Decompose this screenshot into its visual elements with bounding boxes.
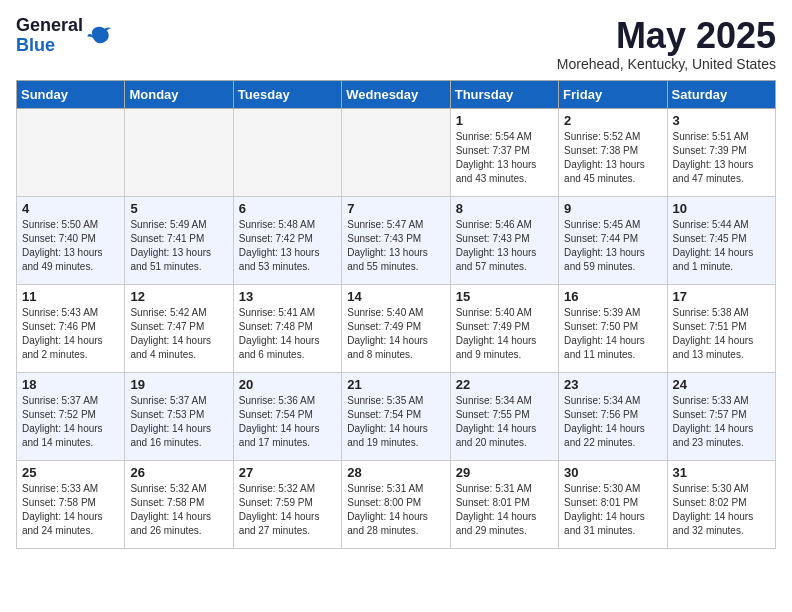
day-info: Sunrise: 5:34 AMSunset: 7:55 PMDaylight:… (456, 394, 553, 450)
day-info: Sunrise: 5:35 AMSunset: 7:54 PMDaylight:… (347, 394, 444, 450)
calendar-cell: 10Sunrise: 5:44 AMSunset: 7:45 PMDayligh… (667, 196, 775, 284)
day-number: 6 (239, 201, 336, 216)
day-number: 5 (130, 201, 227, 216)
calendar-cell: 15Sunrise: 5:40 AMSunset: 7:49 PMDayligh… (450, 284, 558, 372)
day-info: Sunrise: 5:39 AMSunset: 7:50 PMDaylight:… (564, 306, 661, 362)
day-number: 7 (347, 201, 444, 216)
day-info: Sunrise: 5:31 AMSunset: 8:01 PMDaylight:… (456, 482, 553, 538)
day-number: 30 (564, 465, 661, 480)
day-number: 21 (347, 377, 444, 392)
day-number: 26 (130, 465, 227, 480)
day-info: Sunrise: 5:34 AMSunset: 7:56 PMDaylight:… (564, 394, 661, 450)
day-number: 17 (673, 289, 770, 304)
calendar-cell: 28Sunrise: 5:31 AMSunset: 8:00 PMDayligh… (342, 460, 450, 548)
day-number: 22 (456, 377, 553, 392)
column-header-thursday: Thursday (450, 80, 558, 108)
logo-bird-icon (85, 22, 113, 50)
day-number: 12 (130, 289, 227, 304)
calendar-cell: 21Sunrise: 5:35 AMSunset: 7:54 PMDayligh… (342, 372, 450, 460)
calendar-cell: 1Sunrise: 5:54 AMSunset: 7:37 PMDaylight… (450, 108, 558, 196)
calendar-table: SundayMondayTuesdayWednesdayThursdayFrid… (16, 80, 776, 549)
day-info: Sunrise: 5:30 AMSunset: 8:01 PMDaylight:… (564, 482, 661, 538)
day-info: Sunrise: 5:30 AMSunset: 8:02 PMDaylight:… (673, 482, 770, 538)
day-info: Sunrise: 5:46 AMSunset: 7:43 PMDaylight:… (456, 218, 553, 274)
day-info: Sunrise: 5:52 AMSunset: 7:38 PMDaylight:… (564, 130, 661, 186)
day-info: Sunrise: 5:49 AMSunset: 7:41 PMDaylight:… (130, 218, 227, 274)
column-header-friday: Friday (559, 80, 667, 108)
day-number: 24 (673, 377, 770, 392)
day-info: Sunrise: 5:33 AMSunset: 7:57 PMDaylight:… (673, 394, 770, 450)
day-number: 8 (456, 201, 553, 216)
calendar-cell: 23Sunrise: 5:34 AMSunset: 7:56 PMDayligh… (559, 372, 667, 460)
column-header-wednesday: Wednesday (342, 80, 450, 108)
calendar-week-row: 1Sunrise: 5:54 AMSunset: 7:37 PMDaylight… (17, 108, 776, 196)
calendar-cell: 27Sunrise: 5:32 AMSunset: 7:59 PMDayligh… (233, 460, 341, 548)
calendar-cell: 7Sunrise: 5:47 AMSunset: 7:43 PMDaylight… (342, 196, 450, 284)
day-info: Sunrise: 5:41 AMSunset: 7:48 PMDaylight:… (239, 306, 336, 362)
day-info: Sunrise: 5:43 AMSunset: 7:46 PMDaylight:… (22, 306, 119, 362)
calendar-cell: 25Sunrise: 5:33 AMSunset: 7:58 PMDayligh… (17, 460, 125, 548)
day-info: Sunrise: 5:40 AMSunset: 7:49 PMDaylight:… (347, 306, 444, 362)
day-number: 28 (347, 465, 444, 480)
calendar-cell: 8Sunrise: 5:46 AMSunset: 7:43 PMDaylight… (450, 196, 558, 284)
calendar-cell: 3Sunrise: 5:51 AMSunset: 7:39 PMDaylight… (667, 108, 775, 196)
day-number: 19 (130, 377, 227, 392)
day-info: Sunrise: 5:45 AMSunset: 7:44 PMDaylight:… (564, 218, 661, 274)
day-number: 4 (22, 201, 119, 216)
column-header-sunday: Sunday (17, 80, 125, 108)
calendar-cell: 26Sunrise: 5:32 AMSunset: 7:58 PMDayligh… (125, 460, 233, 548)
calendar-cell (342, 108, 450, 196)
calendar-header-row: SundayMondayTuesdayWednesdayThursdayFrid… (17, 80, 776, 108)
calendar-cell: 24Sunrise: 5:33 AMSunset: 7:57 PMDayligh… (667, 372, 775, 460)
title-area: May 2025 Morehead, Kentucky, United Stat… (557, 16, 776, 72)
calendar-cell: 12Sunrise: 5:42 AMSunset: 7:47 PMDayligh… (125, 284, 233, 372)
calendar-week-row: 4Sunrise: 5:50 AMSunset: 7:40 PMDaylight… (17, 196, 776, 284)
day-info: Sunrise: 5:37 AMSunset: 7:53 PMDaylight:… (130, 394, 227, 450)
calendar-cell: 22Sunrise: 5:34 AMSunset: 7:55 PMDayligh… (450, 372, 558, 460)
day-number: 9 (564, 201, 661, 216)
page-header: General Blue May 2025 Morehead, Kentucky… (16, 16, 776, 72)
calendar-cell: 9Sunrise: 5:45 AMSunset: 7:44 PMDaylight… (559, 196, 667, 284)
day-info: Sunrise: 5:40 AMSunset: 7:49 PMDaylight:… (456, 306, 553, 362)
day-info: Sunrise: 5:33 AMSunset: 7:58 PMDaylight:… (22, 482, 119, 538)
day-info: Sunrise: 5:31 AMSunset: 8:00 PMDaylight:… (347, 482, 444, 538)
calendar-cell: 6Sunrise: 5:48 AMSunset: 7:42 PMDaylight… (233, 196, 341, 284)
day-info: Sunrise: 5:47 AMSunset: 7:43 PMDaylight:… (347, 218, 444, 274)
day-number: 31 (673, 465, 770, 480)
location: Morehead, Kentucky, United States (557, 56, 776, 72)
calendar-cell: 17Sunrise: 5:38 AMSunset: 7:51 PMDayligh… (667, 284, 775, 372)
day-number: 2 (564, 113, 661, 128)
calendar-cell (17, 108, 125, 196)
day-number: 10 (673, 201, 770, 216)
day-number: 13 (239, 289, 336, 304)
day-info: Sunrise: 5:32 AMSunset: 7:59 PMDaylight:… (239, 482, 336, 538)
day-info: Sunrise: 5:36 AMSunset: 7:54 PMDaylight:… (239, 394, 336, 450)
column-header-tuesday: Tuesday (233, 80, 341, 108)
day-info: Sunrise: 5:48 AMSunset: 7:42 PMDaylight:… (239, 218, 336, 274)
day-info: Sunrise: 5:50 AMSunset: 7:40 PMDaylight:… (22, 218, 119, 274)
day-info: Sunrise: 5:51 AMSunset: 7:39 PMDaylight:… (673, 130, 770, 186)
calendar-cell: 19Sunrise: 5:37 AMSunset: 7:53 PMDayligh… (125, 372, 233, 460)
day-number: 23 (564, 377, 661, 392)
day-number: 14 (347, 289, 444, 304)
calendar-week-row: 18Sunrise: 5:37 AMSunset: 7:52 PMDayligh… (17, 372, 776, 460)
day-number: 15 (456, 289, 553, 304)
calendar-cell (233, 108, 341, 196)
calendar-cell: 31Sunrise: 5:30 AMSunset: 8:02 PMDayligh… (667, 460, 775, 548)
calendar-cell: 11Sunrise: 5:43 AMSunset: 7:46 PMDayligh… (17, 284, 125, 372)
day-info: Sunrise: 5:38 AMSunset: 7:51 PMDaylight:… (673, 306, 770, 362)
month-title: May 2025 (557, 16, 776, 56)
day-number: 18 (22, 377, 119, 392)
calendar-cell: 30Sunrise: 5:30 AMSunset: 8:01 PMDayligh… (559, 460, 667, 548)
day-number: 29 (456, 465, 553, 480)
logo: General Blue (16, 16, 113, 56)
calendar-cell: 18Sunrise: 5:37 AMSunset: 7:52 PMDayligh… (17, 372, 125, 460)
calendar-cell: 29Sunrise: 5:31 AMSunset: 8:01 PMDayligh… (450, 460, 558, 548)
calendar-cell: 14Sunrise: 5:40 AMSunset: 7:49 PMDayligh… (342, 284, 450, 372)
calendar-cell: 5Sunrise: 5:49 AMSunset: 7:41 PMDaylight… (125, 196, 233, 284)
logo-blue-text: Blue (16, 35, 55, 55)
calendar-cell: 20Sunrise: 5:36 AMSunset: 7:54 PMDayligh… (233, 372, 341, 460)
day-info: Sunrise: 5:54 AMSunset: 7:37 PMDaylight:… (456, 130, 553, 186)
day-info: Sunrise: 5:42 AMSunset: 7:47 PMDaylight:… (130, 306, 227, 362)
day-info: Sunrise: 5:32 AMSunset: 7:58 PMDaylight:… (130, 482, 227, 538)
